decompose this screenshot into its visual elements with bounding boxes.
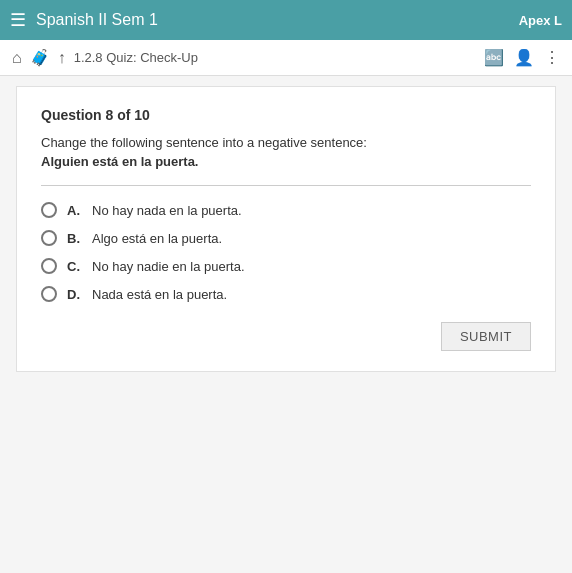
profile-icon[interactable]: 👤 — [514, 48, 534, 67]
breadcrumb: 1.2.8 Quiz: Check-Up — [74, 50, 198, 65]
radio-b[interactable] — [41, 230, 57, 246]
options-list: A. No hay nada en la puerta. B. Algo est… — [41, 202, 531, 302]
question-instruction: Change the following sentence into a neg… — [41, 135, 531, 150]
option-d-text: Nada está en la puerta. — [92, 287, 227, 302]
top-bar: ☰ Spanish II Sem 1 Apex L — [0, 0, 572, 40]
top-bar-left: ☰ Spanish II Sem 1 — [10, 9, 158, 31]
app-title: Spanish II Sem 1 — [36, 11, 158, 29]
option-c-text: No hay nadie en la puerta. — [92, 259, 245, 274]
option-a-text: No hay nada en la puerta. — [92, 203, 242, 218]
option-c[interactable]: C. No hay nadie en la puerta. — [41, 258, 531, 274]
briefcase-icon[interactable]: 🧳 — [30, 48, 50, 67]
radio-a[interactable] — [41, 202, 57, 218]
radio-d[interactable] — [41, 286, 57, 302]
translate-icon[interactable]: 🔤 — [484, 48, 504, 67]
menu-icon[interactable]: ☰ — [10, 9, 26, 31]
top-bar-right: Apex L — [519, 13, 562, 28]
more-icon[interactable]: ⋮ — [544, 48, 560, 67]
quiz-container: Question 8 of 10 Change the following se… — [16, 86, 556, 372]
radio-c[interactable] — [41, 258, 57, 274]
submit-button[interactable]: SUBMIT — [441, 322, 531, 351]
second-bar: ⌂ 🧳 ↑ 1.2.8 Quiz: Check-Up 🔤 👤 ⋮ — [0, 40, 572, 76]
nav-icons: ⌂ 🧳 ↑ 1.2.8 Quiz: Check-Up — [12, 48, 198, 67]
submit-area: SUBMIT — [41, 322, 531, 351]
question-sentence: Alguien está en la puerta. — [41, 154, 531, 169]
option-d[interactable]: D. Nada está en la puerta. — [41, 286, 531, 302]
option-b-label: B. — [67, 231, 80, 246]
apex-logo: Apex L — [519, 13, 562, 28]
question-header: Question 8 of 10 — [41, 107, 531, 123]
second-bar-right: 🔤 👤 ⋮ — [484, 48, 560, 67]
option-b-text: Algo está en la puerta. — [92, 231, 222, 246]
back-icon[interactable]: ↑ — [58, 49, 66, 67]
home-icon[interactable]: ⌂ — [12, 49, 22, 67]
option-a-label: A. — [67, 203, 80, 218]
option-a[interactable]: A. No hay nada en la puerta. — [41, 202, 531, 218]
divider — [41, 185, 531, 186]
option-b[interactable]: B. Algo está en la puerta. — [41, 230, 531, 246]
option-d-label: D. — [67, 287, 80, 302]
option-c-label: C. — [67, 259, 80, 274]
